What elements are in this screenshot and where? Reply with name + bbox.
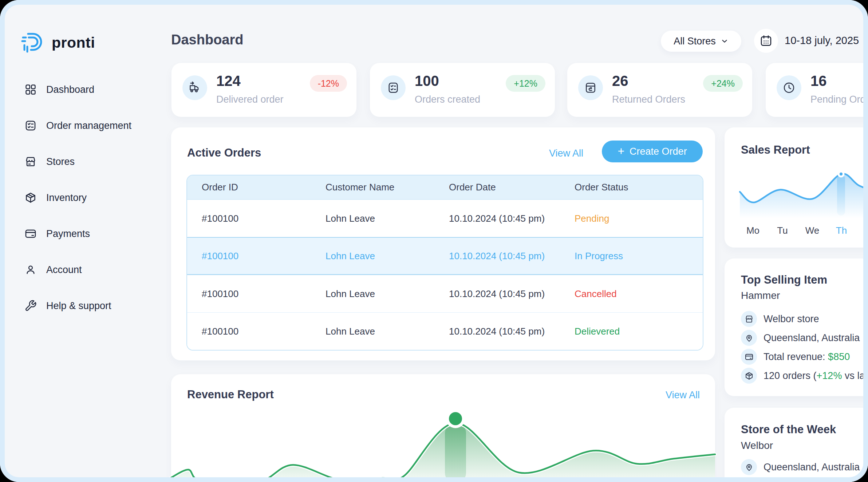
sales-line-chart bbox=[740, 171, 868, 218]
day-label-we[interactable]: We bbox=[798, 225, 827, 236]
sales-peak-marker-dot bbox=[840, 173, 843, 175]
pronti-logo-icon bbox=[21, 32, 45, 53]
store-filter-label: All Stores bbox=[674, 36, 716, 47]
sidebar-item-label: Payments bbox=[46, 228, 90, 240]
col-customer-name: Customer Name bbox=[311, 182, 434, 193]
calendar-icon bbox=[760, 34, 773, 47]
day-label-th[interactable]: Th bbox=[827, 225, 856, 236]
clipboard-check-icon bbox=[387, 81, 400, 94]
sidebar-item-dashboard[interactable]: Dashboard bbox=[24, 81, 94, 98]
detail-text: 120 orders ( bbox=[764, 370, 817, 381]
clock-icon bbox=[782, 81, 796, 94]
active-orders-panel: Active Orders View All + Create Order Or… bbox=[171, 127, 715, 360]
calendar-button[interactable] bbox=[754, 29, 778, 53]
sales-area-fill bbox=[740, 174, 868, 218]
stat-icon-bubble bbox=[578, 75, 603, 100]
sidebar-item-label: Help & support bbox=[46, 300, 111, 312]
customer-name: Lohn Leave bbox=[311, 213, 434, 224]
screen: { "brand": {"name": "pronti"}, "sidebar"… bbox=[0, 0, 868, 482]
sidebar-item-inventory[interactable]: Inventory bbox=[24, 189, 87, 206]
date-range: 10-18 july, 2025 bbox=[785, 35, 859, 47]
col-order-id: Order ID bbox=[187, 182, 311, 193]
plus-icon: + bbox=[618, 145, 624, 157]
sales-report-title: Sales Report bbox=[741, 143, 810, 157]
order-id: #100100 bbox=[187, 288, 311, 300]
top-selling-panel: Top Selling Item Hammer Welbor store bbox=[725, 258, 868, 396]
sidebar-item-label: Inventory bbox=[46, 192, 87, 204]
top-selling-item-name: Hammer bbox=[741, 290, 780, 301]
order-id: #100100 bbox=[187, 213, 311, 224]
top-selling-details: Welbor store Queensland, Australia bbox=[741, 309, 868, 385]
detail-location: Queensland, Australia bbox=[741, 458, 868, 477]
customer-name: Lohn Leave bbox=[311, 250, 434, 262]
store-filter-dropdown[interactable]: All Stores bbox=[661, 31, 741, 52]
detail-location: Queensland, Australia bbox=[741, 328, 868, 347]
order-row[interactable]: #100100 Lohn Leave 10.10.2024 (10:45 pm)… bbox=[187, 312, 703, 350]
customer-name: Lohn Leave bbox=[311, 326, 434, 337]
active-orders-title: Active Orders bbox=[187, 146, 261, 159]
detail-store: Welbor store bbox=[741, 309, 868, 328]
credit-card-icon bbox=[745, 352, 754, 362]
revenue-report-panel: Revenue Report View All bbox=[171, 374, 715, 482]
stat-card-orders-created: 100 Orders created +12% bbox=[370, 63, 555, 117]
stat-value: 100 bbox=[415, 73, 439, 89]
revenue-area-fill bbox=[171, 423, 715, 482]
order-status: Cancelled bbox=[560, 288, 703, 300]
stat-value: 124 bbox=[216, 73, 241, 89]
package-icon bbox=[745, 371, 754, 380]
stat-delta-badge: +24% bbox=[703, 75, 743, 92]
revenue-view-all-link[interactable]: View All bbox=[666, 390, 700, 401]
store-of-week-title: Store of the Week bbox=[741, 423, 836, 436]
day-label-mo[interactable]: Mo bbox=[738, 225, 768, 236]
customer-name: Lohn Leave bbox=[311, 288, 434, 300]
chevron-down-icon bbox=[721, 37, 729, 45]
stat-label: Delivered order bbox=[216, 94, 284, 105]
stat-delta-badge: +12% bbox=[506, 75, 545, 92]
create-order-button[interactable]: + Create Order bbox=[602, 141, 703, 162]
stores-icon bbox=[24, 155, 37, 168]
revenue-peak-marker-dot bbox=[449, 412, 462, 425]
top-selling-title: Top Selling Item bbox=[741, 273, 827, 287]
sidebar-item-stores[interactable]: Stores bbox=[24, 153, 75, 170]
stat-delta-badge: -12% bbox=[310, 75, 347, 92]
order-date: 10.10.2024 (10:45 pm) bbox=[434, 288, 560, 300]
col-order-date: Order Date bbox=[434, 182, 560, 193]
page-title: Dashboard bbox=[171, 32, 243, 48]
sidebar-item-payments[interactable]: Payments bbox=[24, 225, 90, 242]
day-label-fr[interactable]: Fr bbox=[863, 225, 868, 236]
order-id: #100100 bbox=[187, 326, 311, 337]
sidebar-item-label: Order management bbox=[46, 120, 131, 131]
store-icon bbox=[745, 315, 754, 324]
sales-highlight-band bbox=[837, 175, 845, 216]
stat-label: Returned Orders bbox=[612, 94, 685, 105]
orders-table-header: Order ID Customer Name Order Date Order … bbox=[187, 175, 703, 199]
detail-orders: 120 orders (+12% vs last week) bbox=[741, 366, 868, 385]
sidebar-item-order-management[interactable]: Order management bbox=[24, 117, 131, 134]
order-row[interactable]: #100100 Lohn Leave 10.10.2024 (10:45 pm)… bbox=[187, 199, 703, 237]
revenue-area-chart bbox=[171, 400, 715, 482]
sidebar-item-account[interactable]: Account bbox=[24, 261, 82, 278]
create-order-label: Create Order bbox=[630, 146, 687, 157]
detail-text: Welbor store bbox=[764, 313, 819, 325]
sidebar-item-label: Stores bbox=[46, 156, 75, 167]
location-pin-icon bbox=[745, 333, 754, 343]
dashboard-icon bbox=[24, 83, 37, 96]
day-label-tu[interactable]: Tu bbox=[768, 225, 797, 236]
order-date: 10.10.2024 (10:45 pm) bbox=[434, 326, 560, 337]
order-row-selected[interactable]: #100100 Lohn Leave 10.10.2024 (10:45 pm)… bbox=[187, 237, 703, 275]
order-status: In Progress bbox=[560, 250, 703, 262]
order-status: Delievered bbox=[560, 326, 703, 337]
stat-icon-bubble bbox=[777, 75, 801, 100]
col-order-status: Order Status bbox=[560, 182, 703, 193]
order-row[interactable]: #100100 Lohn Leave 10.10.2024 (10:45 pm)… bbox=[187, 275, 703, 312]
stat-card-returned: 26 Returned Orders +24% bbox=[567, 63, 752, 117]
active-orders-view-all-link[interactable]: View All bbox=[549, 148, 583, 159]
return-box-icon bbox=[584, 81, 597, 94]
store-of-week-name: Welbor bbox=[741, 440, 773, 451]
sidebar-item-help-support[interactable]: Help & support bbox=[24, 297, 111, 315]
stat-value: 26 bbox=[612, 73, 628, 89]
sales-report-panel: Sales Report Mo Tu We Th Fr bbox=[725, 127, 868, 248]
order-date: 10.10.2024 (10:45 pm) bbox=[434, 213, 560, 224]
payments-icon bbox=[24, 228, 37, 240]
stat-card-pending: 16 Pending Orders bbox=[766, 63, 868, 117]
